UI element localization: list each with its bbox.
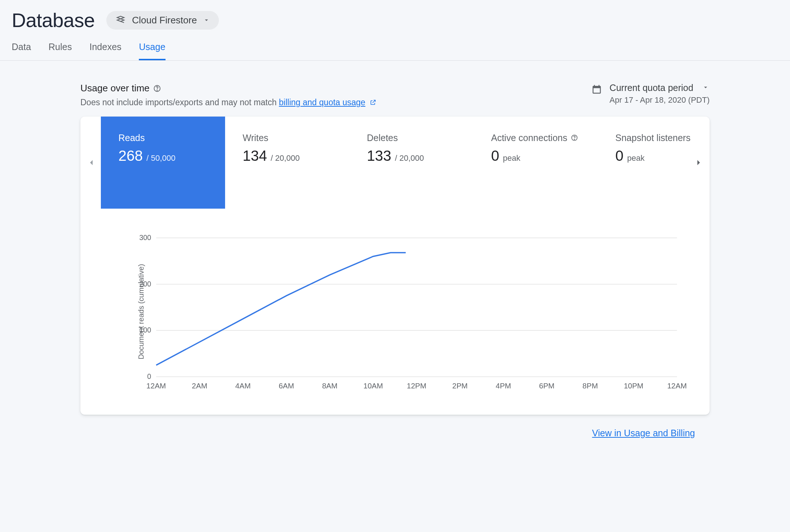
- chevron-down-icon: [203, 16, 210, 24]
- calendar-icon: [591, 84, 602, 95]
- metric-limit: peak: [503, 153, 520, 163]
- metric-title: Deletes: [367, 133, 398, 143]
- chart-y-axis-label: Document reads (cumulative): [137, 264, 145, 360]
- metric-value: 268: [118, 148, 143, 164]
- tab-indexes[interactable]: Indexes: [90, 42, 122, 60]
- metric-title: Reads: [118, 133, 145, 143]
- metric-value: 134: [243, 148, 267, 164]
- svg-text:10PM: 10PM: [624, 381, 643, 390]
- metric-deletes[interactable]: Deletes 133 / 20,000: [349, 117, 474, 209]
- metric-limit: peak: [627, 153, 645, 163]
- view-usage-billing-link[interactable]: View in Usage and Billing: [592, 428, 695, 438]
- database-selector[interactable]: Cloud Firestore: [106, 11, 219, 30]
- svg-text:12AM: 12AM: [667, 381, 687, 390]
- help-icon[interactable]: [571, 134, 579, 142]
- metric-title: Active connections: [491, 133, 567, 143]
- svg-text:2PM: 2PM: [452, 381, 468, 390]
- help-icon[interactable]: [153, 84, 161, 92]
- metrics-row: Reads 268 / 50,000 Writes 134 / 20,000 D…: [80, 117, 710, 209]
- date-range-picker[interactable]: Current quota period Apr 17 - Apr 18, 20…: [591, 83, 710, 105]
- svg-text:4PM: 4PM: [496, 381, 511, 390]
- metric-active-connections[interactable]: Active connections 0 peak: [474, 117, 598, 209]
- firestore-icon: [115, 15, 126, 26]
- metric-limit: / 50,000: [147, 153, 176, 163]
- svg-point-3: [574, 139, 575, 139]
- metric-title: Snapshot listeners: [615, 133, 691, 143]
- metric-snapshot-listeners[interactable]: Snapshot listeners 0 peak: [598, 117, 694, 209]
- svg-text:6AM: 6AM: [279, 381, 294, 390]
- svg-text:12AM: 12AM: [147, 381, 166, 390]
- tab-rules[interactable]: Rules: [49, 42, 72, 60]
- section-title: Usage over time: [80, 83, 149, 94]
- metric-reads[interactable]: Reads 268 / 50,000: [101, 117, 225, 209]
- chart: Document reads (cumulative) 010020030012…: [80, 209, 710, 415]
- svg-text:12PM: 12PM: [407, 381, 426, 390]
- usage-card: Reads 268 / 50,000 Writes 134 / 20,000 D…: [80, 117, 710, 415]
- svg-text:4AM: 4AM: [235, 381, 251, 390]
- page-title: Database: [12, 9, 95, 31]
- tab-usage[interactable]: Usage: [139, 42, 165, 60]
- period-range: Apr 17 - Apr 18, 2020 (PDT): [609, 95, 710, 105]
- tab-data[interactable]: Data: [12, 42, 31, 60]
- svg-text:2AM: 2AM: [192, 381, 207, 390]
- metric-writes[interactable]: Writes 134 / 20,000: [225, 117, 349, 209]
- scroll-left-button[interactable]: [86, 157, 97, 168]
- database-selector-label: Cloud Firestore: [132, 15, 197, 26]
- svg-text:8PM: 8PM: [582, 381, 598, 390]
- svg-text:300: 300: [139, 233, 151, 242]
- svg-point-1: [157, 90, 157, 90]
- tabs: Data Rules Indexes Usage: [0, 31, 790, 61]
- metric-title: Writes: [243, 133, 268, 143]
- billing-quota-link[interactable]: billing and quota usage: [279, 98, 365, 107]
- scroll-right-button[interactable]: [693, 157, 704, 168]
- metric-value: 133: [367, 148, 391, 164]
- chart-svg: 010020030012AM2AM4AM6AM8AM10AM12PM2PM4PM…: [117, 231, 688, 399]
- svg-text:0: 0: [147, 372, 151, 380]
- metric-limit: / 20,000: [395, 153, 424, 163]
- period-label: Current quota period: [609, 83, 693, 93]
- svg-text:8AM: 8AM: [322, 381, 337, 390]
- metric-value: 0: [491, 148, 499, 164]
- svg-text:10AM: 10AM: [363, 381, 383, 390]
- metric-value: 0: [615, 148, 623, 164]
- metric-limit: / 20,000: [271, 153, 300, 163]
- chevron-down-icon: [702, 83, 709, 93]
- section-subtitle: Does not include imports/exports and may…: [80, 98, 376, 108]
- external-link-icon: [370, 98, 376, 107]
- svg-text:6PM: 6PM: [539, 381, 554, 390]
